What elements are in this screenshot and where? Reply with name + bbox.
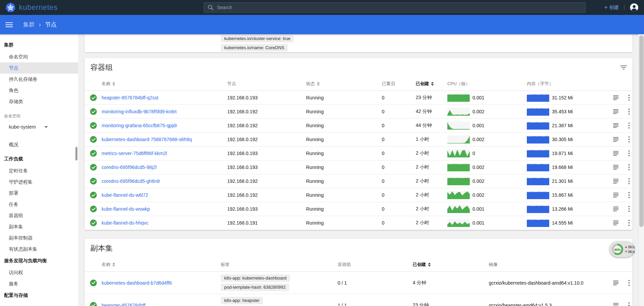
- sidebar-item-cron-jobs[interactable]: 定时任务: [0, 165, 78, 176]
- kebab-menu-icon[interactable]: [626, 301, 632, 306]
- pod-name-link[interactable]: monitoring-influxdb-9b78f5fd9-kn8rt: [102, 109, 177, 114]
- cpu-sparkline: [447, 121, 470, 130]
- header-actions: + 创建 |: [604, 3, 644, 12]
- search-bar[interactable]: [204, 2, 586, 13]
- logs-icon[interactable]: [612, 164, 620, 171]
- logs-icon[interactable]: [612, 94, 620, 101]
- logs-icon[interactable]: [612, 150, 620, 157]
- logs-icon[interactable]: [612, 206, 620, 212]
- cpu-sparkline: [447, 219, 470, 227]
- logs-icon[interactable]: [612, 108, 620, 115]
- top-header: kubernetes + 创建 |: [0, 0, 644, 15]
- pod-name-link[interactable]: kube-flannel-ds-hhqvc: [102, 220, 148, 226]
- create-button[interactable]: + 创建: [604, 4, 619, 11]
- pod-name-link[interactable]: kubernetes-dashboard-7588787688-s6h9q: [102, 137, 192, 142]
- column-header-age[interactable]: 已创建: [416, 81, 447, 87]
- cpu-value: 0.001: [472, 95, 484, 100]
- kebab-menu-icon[interactable]: [626, 218, 632, 227]
- logs-icon[interactable]: [612, 280, 620, 286]
- breadcrumb-parent-link[interactable]: 集群: [23, 21, 35, 28]
- status-ok-icon: [90, 136, 97, 143]
- sidebar-item-stateful-sets[interactable]: 有状态副本集: [0, 244, 78, 255]
- logs-icon[interactable]: [612, 219, 620, 226]
- status-ok-icon: [90, 206, 97, 212]
- sidebar-item-daemon-sets[interactable]: 守护进程集: [0, 176, 78, 188]
- logs-icon[interactable]: [612, 192, 620, 198]
- status-ok-icon: [90, 192, 97, 198]
- sidebar-item-ingresses[interactable]: 访问权: [0, 267, 78, 278]
- cpu-value: 0.002: [472, 192, 484, 198]
- account-icon[interactable]: [630, 3, 639, 12]
- upload-speed: 0K/s: [628, 245, 635, 249]
- logs-icon[interactable]: [612, 178, 620, 185]
- kebab-menu-icon[interactable]: [626, 279, 632, 287]
- sidebar-item-roles[interactable]: 角色: [0, 85, 78, 96]
- sidebar-item-namespaces[interactable]: 命名空间: [0, 51, 78, 62]
- kebab-menu-icon[interactable]: [626, 121, 632, 130]
- pod-table-row: metrics-server-75d6ff86f-kkm2l 192.168.0…: [85, 147, 632, 160]
- pod-status: Running: [306, 220, 382, 226]
- label-chip: k8s-app: heapster: [221, 297, 263, 304]
- kebab-menu-icon[interactable]: [626, 149, 632, 158]
- pod-table-row: kube-flannel-ds-hhqvc 192.168.0.191 Runn…: [85, 216, 632, 230]
- app-logo[interactable]: kubernetes: [0, 2, 204, 13]
- pod-name-link[interactable]: heapster-8576784bff-q2sst: [102, 95, 158, 100]
- namespace-select[interactable]: kube-system: [0, 121, 78, 133]
- pod-age: 2 小时: [416, 192, 447, 198]
- kebab-menu-icon[interactable]: [626, 205, 632, 213]
- pod-restarts: 0: [382, 178, 416, 184]
- kebab-menu-icon[interactable]: [626, 191, 632, 199]
- pod-age: 2 小时: [416, 220, 447, 226]
- pod-name-link[interactable]: metrics-server-75d6ff86f-kkm2l: [102, 151, 167, 156]
- sidebar-item-replication-controllers[interactable]: 副本控制器: [0, 232, 78, 244]
- pod-name-link[interactable]: coredns-695f96dcd5-gh6n8: [102, 178, 160, 184]
- sidebar-item-deployments[interactable]: 部署: [0, 188, 78, 199]
- kebab-menu-icon[interactable]: [626, 177, 632, 186]
- status-ok-icon: [90, 219, 97, 226]
- cpu-sparkline: [447, 177, 470, 185]
- column-header-restarts: 已重启: [382, 81, 416, 87]
- column-header-age[interactable]: 已创建: [413, 262, 489, 268]
- pod-name-link[interactable]: coredns-695f96dcd5-98j2l: [102, 165, 157, 170]
- column-header-status[interactable]: 状态: [306, 81, 382, 87]
- column-header-name[interactable]: 名称: [102, 262, 221, 268]
- replicaset-name-link[interactable]: heapster-8576784bff: [102, 303, 145, 306]
- sidebar-item-jobs[interactable]: 任务: [0, 199, 78, 210]
- sidebar-item-overview[interactable]: 概况: [0, 139, 78, 150]
- breadcrumb-bar: 集群 › 节点: [0, 15, 644, 34]
- scrollbar-thumb[interactable]: [639, 35, 644, 227]
- sidebar-item-persistent-volumes[interactable]: 持久化存储卷: [0, 74, 78, 85]
- sidebar-item-storage-classes[interactable]: 存储类: [0, 96, 78, 107]
- pod-name-link[interactable]: kube-flannel-ds-w6l72: [102, 192, 148, 198]
- logs-icon[interactable]: [612, 122, 620, 129]
- column-header-node: 节点: [227, 81, 306, 87]
- kebab-menu-icon[interactable]: [626, 163, 632, 172]
- sidebar-section-discovery: 服务发现与负载均衡: [0, 255, 78, 267]
- hamburger-menu-icon[interactable]: [5, 22, 13, 27]
- pod-name-link[interactable]: kube-flannel-ds-wswkp: [102, 206, 150, 212]
- sidebar-item-nodes[interactable]: 节点: [0, 62, 78, 74]
- kebab-menu-icon[interactable]: [626, 93, 632, 102]
- sort-icon: [428, 263, 431, 267]
- column-header-name[interactable]: 名称: [102, 81, 227, 87]
- pod-status: Running: [306, 109, 382, 114]
- filter-icon[interactable]: [620, 65, 627, 71]
- memory-value: 35.453 Mi: [552, 109, 573, 114]
- status-ok-icon: [90, 178, 97, 185]
- sidebar-item-pods[interactable]: 容器组: [0, 210, 78, 221]
- kebab-menu-icon[interactable]: [626, 135, 632, 144]
- kebab-menu-icon[interactable]: [626, 107, 632, 116]
- content-scrollbar[interactable]: [638, 34, 644, 306]
- replicaset-name-link[interactable]: kubernetes-dashboard-b7d6d4ff6: [102, 280, 172, 286]
- logs-icon[interactable]: [612, 136, 620, 143]
- sidebar-scrollbar-thumb[interactable]: [75, 147, 77, 160]
- sidebar-item-replica-sets[interactable]: 副本集: [0, 221, 78, 232]
- network-monitor-widget[interactable]: 60% 0K/s 0K/s: [610, 242, 634, 257]
- sidebar-item-services[interactable]: 服务: [0, 278, 78, 289]
- logs-icon[interactable]: [612, 302, 620, 306]
- pod-node: 192.168.0.192: [227, 192, 306, 198]
- pod-age: 42 分钟: [416, 109, 447, 115]
- pod-name-link[interactable]: monitoring-grafana-65ccfb675-qpjdr: [102, 123, 177, 128]
- memory-sparkline: [527, 121, 549, 130]
- search-input[interactable]: [217, 5, 582, 10]
